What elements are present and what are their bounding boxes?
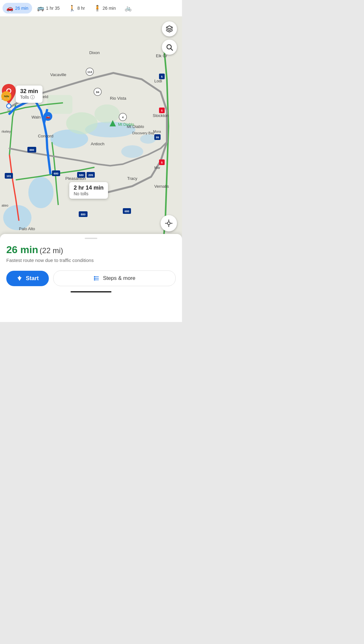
svg-text:Dixon: Dixon <box>89 50 100 55</box>
svg-text:Mt Diablo: Mt Diablo <box>118 122 134 127</box>
svg-text:Antioch: Antioch <box>91 142 104 146</box>
start-label: Start <box>26 275 39 282</box>
svg-text:Elk Gr: Elk Gr <box>156 53 168 58</box>
search-button[interactable] <box>162 40 177 55</box>
layer-button[interactable] <box>162 21 177 36</box>
transport-ride[interactable]: 🧍 26 min <box>90 3 120 14</box>
svg-text:5: 5 <box>161 161 162 164</box>
svg-text:ateo: ateo <box>2 203 8 207</box>
no-tolls-detail: No tolls <box>74 191 104 196</box>
steps-more-button[interactable]: Steps & more <box>53 270 176 286</box>
svg-text:Tracy: Tracy <box>127 176 138 181</box>
svg-point-5 <box>121 145 143 158</box>
svg-text:Concord: Concord <box>38 134 53 138</box>
svg-text:880: 880 <box>81 213 85 216</box>
route-subtitle: Fastest route now due to traffic conditi… <box>6 258 176 263</box>
svg-text:880: 880 <box>29 148 34 152</box>
transport-bar: 🚗 26 min 🚌 1 hr 35 🚶 8 hr 🧍 26 min 🚲 <box>0 0 182 16</box>
svg-point-8 <box>94 104 120 123</box>
svg-point-78 <box>94 278 95 279</box>
svg-point-79 <box>94 280 95 280</box>
svg-text:Waln: Waln <box>31 115 41 119</box>
route-duration: 26 min <box>6 244 38 255</box>
svg-point-77 <box>94 276 95 277</box>
route-popup-no-tolls[interactable]: 2 hr 14 min No tolls <box>69 182 108 199</box>
construction-warning-icon[interactable]: 🚧 <box>1 91 11 101</box>
svg-text:Lodi: Lodi <box>154 79 162 83</box>
svg-text:Mar: Mar <box>154 166 160 169</box>
tolls-time: 32 min <box>20 88 38 95</box>
bike-icon: 🚲 <box>125 5 132 12</box>
ride-label: 26 min <box>103 6 116 11</box>
svg-text:5: 5 <box>161 109 162 112</box>
transit-icon: 🚌 <box>37 5 44 12</box>
transport-walk[interactable]: 🚶 8 hr <box>65 3 89 14</box>
transport-transit[interactable]: 🚌 1 hr 35 <box>33 3 64 14</box>
svg-point-66 <box>7 104 11 108</box>
transport-drive[interactable]: 🚗 26 min <box>3 3 32 14</box>
svg-text:680: 680 <box>124 210 129 213</box>
svg-text:5: 5 <box>161 75 162 78</box>
steps-label: Steps & more <box>103 275 135 281</box>
drive-icon: 🚗 <box>6 5 13 12</box>
location-button[interactable] <box>161 215 177 231</box>
svg-text:84: 84 <box>96 91 99 94</box>
drive-label: 26 min <box>15 6 28 11</box>
svg-point-7 <box>66 112 98 134</box>
bottom-panel: 26 min (22 mi) Fastest route now due to … <box>0 234 182 322</box>
action-buttons: Start Steps & more <box>6 270 176 286</box>
svg-text:Pleasanton: Pleasanton <box>65 176 86 181</box>
route-summary: 26 min (22 mi) <box>6 244 176 256</box>
svg-line-68 <box>171 49 173 51</box>
route-distance: (22 mi) <box>40 246 63 255</box>
svg-text:Palo Alto: Palo Alto <box>19 226 35 231</box>
svg-point-6 <box>140 134 156 144</box>
map-area[interactable]: 580 205 680 880 101 5 5 5 99 113 84 4 68… <box>0 16 182 236</box>
route-popup-tolls[interactable]: 32 min Tolls ⓘ <box>16 86 43 103</box>
svg-text:99: 99 <box>156 136 159 139</box>
svg-text:🚗: 🚗 <box>46 114 50 119</box>
walk-label: 8 hr <box>77 6 85 11</box>
svg-point-3 <box>28 177 54 208</box>
svg-text:Mora: Mora <box>153 130 161 133</box>
svg-point-63 <box>7 109 11 111</box>
svg-text:Stockton: Stockton <box>153 113 169 118</box>
svg-text:Vacaville: Vacaville <box>50 72 66 77</box>
svg-text:rkeley: rkeley <box>2 130 11 133</box>
ride-icon: 🧍 <box>94 5 101 12</box>
svg-text:101: 101 <box>6 175 11 178</box>
svg-text:113: 113 <box>87 70 92 74</box>
svg-text:4: 4 <box>122 116 123 119</box>
svg-text:Discovery Bay: Discovery Bay <box>132 131 155 135</box>
no-tolls-time: 2 hr 14 min <box>74 185 104 191</box>
svg-text:680: 680 <box>54 172 58 175</box>
transit-label: 1 hr 35 <box>46 6 60 11</box>
tolls-detail: Tolls ⓘ <box>20 95 38 100</box>
svg-point-69 <box>168 222 170 225</box>
svg-text:205: 205 <box>88 174 93 177</box>
walk-icon: 🚶 <box>69 5 76 12</box>
transport-bike[interactable]: 🚲 <box>121 3 135 14</box>
drag-handle[interactable] <box>85 238 97 239</box>
svg-text:Vernalis: Vernalis <box>154 184 169 189</box>
start-button[interactable]: Start <box>6 271 49 286</box>
home-indicator <box>71 291 111 292</box>
svg-text:Rio Vista: Rio Vista <box>110 96 127 101</box>
